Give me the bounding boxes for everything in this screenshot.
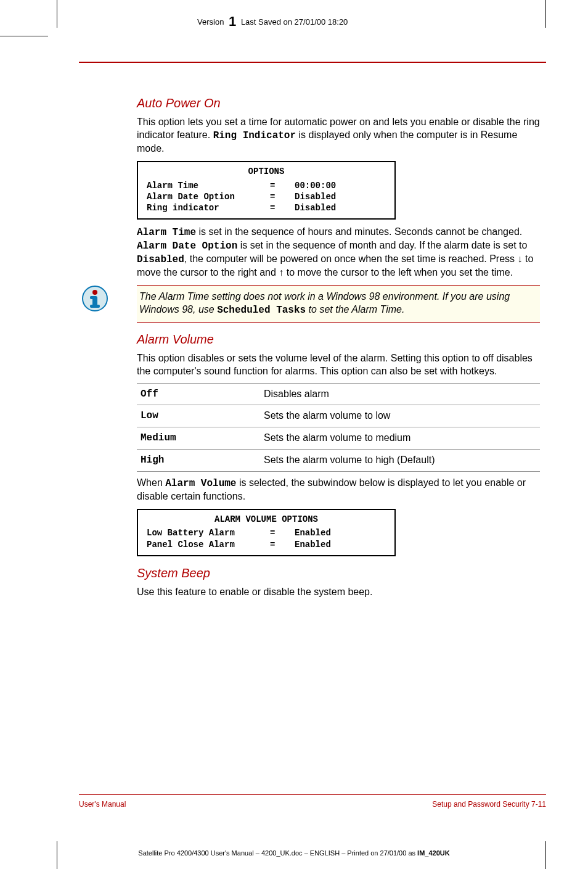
crop-mark xyxy=(545,0,546,28)
options-row: Ring indicator = Disabled xyxy=(147,202,386,213)
text-mono: Alarm Time xyxy=(137,227,196,238)
vol-key: Medium xyxy=(137,427,260,450)
note-text: to set the Alarm Time. xyxy=(306,304,404,315)
svg-rect-3 xyxy=(90,296,96,299)
page-footer: User's Manual Setup and Password Securit… xyxy=(79,800,546,809)
saved-text: Last Saved on 27/01/00 18:20 xyxy=(241,17,348,27)
opt-eq: = xyxy=(270,191,295,202)
auto-power-on-p2: Alarm Time is set in the sequence of hou… xyxy=(137,226,540,279)
opt-eq: = xyxy=(270,180,295,191)
text: , the computer will be powered on once w… xyxy=(137,253,533,278)
text-mono: Alarm Volume xyxy=(165,478,236,489)
opt-eq: = xyxy=(270,202,295,213)
text: When xyxy=(137,477,165,488)
table-row: MediumSets the alarm volume to medium xyxy=(137,427,540,450)
alarm-volume-p2: When Alarm Volume is selected, the subwi… xyxy=(137,477,540,503)
opt-label: Ring indicator xyxy=(147,202,270,213)
crop-mark xyxy=(0,36,48,36)
divider-top xyxy=(79,62,546,63)
auto-power-on-intro: This option lets you set a time for auto… xyxy=(137,116,540,155)
vol-desc: Sets the alarm volume to low xyxy=(260,405,540,427)
heading-system-beep: System Beep xyxy=(137,565,540,581)
opt-val: Disabled xyxy=(295,191,336,202)
text-mono: Alarm Date Option xyxy=(137,241,237,252)
text: is set in the sequence of hours and minu… xyxy=(196,226,522,237)
version-number: 1 xyxy=(229,14,236,29)
opt-label: Panel Close Alarm xyxy=(147,539,270,550)
table-row: LowSets the alarm volume to low xyxy=(137,405,540,427)
print-footer-bold: IM_420UK xyxy=(417,849,450,857)
vol-key: Off xyxy=(137,383,260,405)
vol-desc: Sets the alarm volume to medium xyxy=(260,427,540,450)
opt-label: Alarm Time xyxy=(147,180,270,191)
opt-label: Low Battery Alarm xyxy=(147,527,270,538)
options-row: Alarm Time = 00:00:00 xyxy=(147,180,386,191)
svg-rect-4 xyxy=(90,305,100,308)
svg-point-1 xyxy=(92,290,97,295)
options-row: Panel Close Alarm = Enabled xyxy=(147,539,386,550)
crop-mark xyxy=(57,0,57,28)
table-row: OffDisables alarm xyxy=(137,383,540,405)
opt-label: Alarm Date Option xyxy=(147,191,270,202)
alarm-volume-table: OffDisables alarm LowSets the alarm volu… xyxy=(137,383,540,472)
note-mono: Scheduled Tasks xyxy=(217,305,306,316)
heading-alarm-volume: Alarm Volume xyxy=(137,331,540,347)
info-note-row: The Alarm Time setting does not work in … xyxy=(137,285,540,323)
heading-auto-power-on: Auto Power On xyxy=(137,95,540,111)
version-prefix: Version xyxy=(197,17,224,27)
vol-key: Low xyxy=(137,405,260,427)
opt-val: Enabled xyxy=(295,527,331,538)
system-beep-intro: Use this feature to enable or disable th… xyxy=(137,586,540,599)
options-row: Low Battery Alarm = Enabled xyxy=(147,527,386,538)
text-mono: Ring Indicator xyxy=(213,130,296,141)
opt-val: 00:00:00 xyxy=(295,180,336,191)
content-frame: Auto Power On This option lets you set a… xyxy=(57,37,546,832)
vol-desc: Disables alarm xyxy=(260,383,540,405)
options-title: ALARM VOLUME OPTIONS xyxy=(147,514,386,525)
divider-bottom xyxy=(79,794,546,795)
note-box: The Alarm Time setting does not work in … xyxy=(137,285,540,323)
footer-right: Setup and Password Security 7-11 xyxy=(432,800,546,809)
text-mono: Disabled xyxy=(137,254,184,265)
options-title: OPTIONS xyxy=(147,166,386,177)
options-box: OPTIONS Alarm Time = 00:00:00 Alarm Date… xyxy=(137,161,396,220)
vol-key: High xyxy=(137,449,260,471)
print-footer-text: Satellite Pro 4200/4300 User's Manual – … xyxy=(138,849,417,857)
opt-val: Disabled xyxy=(295,202,336,213)
info-icon xyxy=(81,285,108,312)
alarm-volume-options-box: ALARM VOLUME OPTIONS Low Battery Alarm =… xyxy=(137,509,396,556)
opt-eq: = xyxy=(270,527,295,538)
opt-eq: = xyxy=(270,539,295,550)
alarm-volume-intro: This option disables or sets the volume … xyxy=(137,352,540,378)
main-content: Auto Power On This option lets you set a… xyxy=(137,86,540,604)
options-row: Alarm Date Option = Disabled xyxy=(147,191,386,202)
print-footer: Satellite Pro 4200/4300 User's Manual – … xyxy=(0,849,588,857)
text: is set in the sequence of month and day.… xyxy=(237,240,527,250)
footer-left: User's Manual xyxy=(79,800,126,809)
opt-val: Enabled xyxy=(295,539,331,550)
page-header: Version 1 Last Saved on 27/01/00 18:20 xyxy=(197,14,348,30)
table-row: HighSets the alarm volume to high (Defau… xyxy=(137,449,540,471)
vol-desc: Sets the alarm volume to high (Default) xyxy=(260,449,540,471)
